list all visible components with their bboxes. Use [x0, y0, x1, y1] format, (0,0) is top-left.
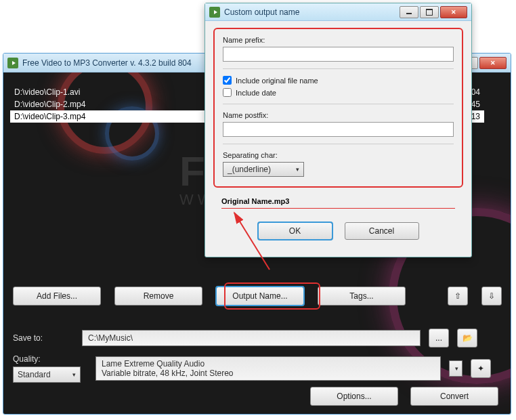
- move-down-button[interactable]: ⇩: [481, 287, 502, 306]
- prefix-label: Name prefix:: [223, 36, 454, 44]
- preview-filename: Original Name.mp3: [221, 197, 463, 205]
- cancel-button[interactable]: Cancel: [345, 222, 419, 240]
- preview-underline: [221, 208, 455, 209]
- quality-dropdown-button[interactable]: [449, 360, 463, 377]
- browse-button[interactable]: ...: [429, 329, 449, 348]
- output-name-button[interactable]: Output Name...: [216, 287, 304, 306]
- action-button-row: Add Files... Remove Output Name... Tags.…: [13, 287, 502, 306]
- add-files-button[interactable]: Add Files...: [13, 287, 101, 306]
- divider: [223, 144, 454, 144]
- dialog-titlebar[interactable]: Custom output name: [205, 3, 471, 21]
- quality-detail-field[interactable]: Lame Extreme Quality Audio Variable bitr…: [95, 356, 441, 381]
- quality-row: Quality: Standard Lame Extreme Quality A…: [13, 354, 491, 383]
- divider: [223, 68, 454, 69]
- folder-icon: 📂: [463, 333, 473, 343]
- postfix-label: Name postfix:: [223, 111, 454, 119]
- checkbox-input[interactable]: [223, 88, 232, 97]
- app-icon: [7, 58, 18, 68]
- close-button[interactable]: [479, 57, 507, 69]
- prefix-input[interactable]: [223, 47, 454, 62]
- custom-output-name-dialog: Custom output name Name prefix: Include …: [205, 3, 472, 257]
- tags-button[interactable]: Tags...: [318, 287, 406, 306]
- separator-combo[interactable]: _(underline): [223, 162, 304, 177]
- move-up-button[interactable]: ⇧: [448, 287, 468, 306]
- dialog-button-row: OK Cancel: [213, 222, 463, 240]
- save-to-label: Save to:: [13, 333, 74, 343]
- quality-label: Quality:: [13, 354, 81, 364]
- quality-line1: Lame Extreme Quality Audio: [102, 359, 205, 369]
- dialog-minimize-button[interactable]: [400, 6, 418, 18]
- settings-group: Name prefix: Include original file name …: [213, 28, 463, 188]
- ok-button[interactable]: OK: [258, 222, 332, 240]
- include-date-checkbox[interactable]: Include date: [223, 88, 454, 97]
- quality-preset-combo[interactable]: Standard: [13, 366, 81, 383]
- options-button[interactable]: Options...: [310, 387, 398, 406]
- convert-button[interactable]: Convert: [410, 387, 498, 406]
- save-path-field[interactable]: C:\MyMusic\: [82, 330, 421, 346]
- quality-line2: Variable bitrate, 48 kHz, Joint Stereo: [102, 369, 234, 378]
- quality-settings-button[interactable]: ✦: [471, 359, 491, 378]
- separator-label: Separating char:: [223, 151, 454, 159]
- divider: [223, 104, 454, 104]
- checkbox-label: Include original file name: [236, 77, 318, 85]
- checkbox-label: Include date: [236, 89, 276, 97]
- open-folder-button[interactable]: 📂: [457, 329, 477, 348]
- bottom-button-row: Options... Convert: [310, 387, 498, 406]
- dialog-body: Name prefix: Include original file name …: [205, 21, 471, 247]
- checkbox-input[interactable]: [223, 76, 232, 85]
- wand-icon: ✦: [477, 364, 484, 373]
- dialog-maximize-button[interactable]: [420, 6, 439, 18]
- file-path: D:\video\Clip-3.mp4: [14, 112, 85, 121]
- file-path: D:\video\Clip-2.mp4: [14, 100, 85, 109]
- dialog-close-button[interactable]: [440, 6, 467, 18]
- postfix-input[interactable]: [223, 122, 454, 137]
- include-original-checkbox[interactable]: Include original file name: [223, 76, 454, 85]
- save-to-row: Save to: C:\MyMusic\ ... 📂: [13, 329, 477, 348]
- dialog-title: Custom output name: [224, 7, 398, 17]
- app-icon: [209, 7, 220, 18]
- file-path: D:\video\Clip-1.avi: [14, 87, 80, 97]
- remove-button[interactable]: Remove: [114, 287, 202, 306]
